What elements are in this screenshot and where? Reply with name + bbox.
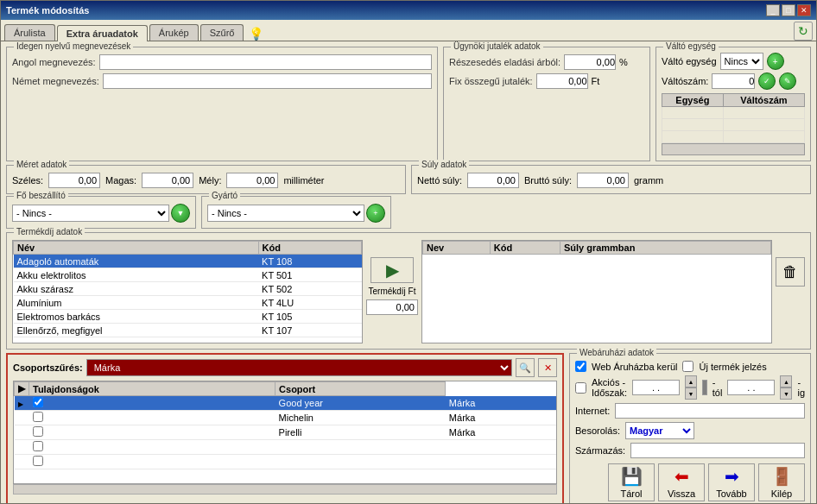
search-icon: 🔍 bbox=[519, 362, 531, 374]
properties-table-wrap[interactable]: ▶ Tulajdonságok Csoport ▶ Good year Márk… bbox=[13, 381, 557, 484]
internet-label: Internet: bbox=[575, 406, 610, 416]
title-bar-buttons: _ □ ✕ bbox=[766, 4, 811, 16]
akcio-to-date[interactable] bbox=[727, 380, 775, 395]
add-tax-button[interactable]: ▶ bbox=[370, 257, 414, 283]
valtoszam-ok-button[interactable]: ✓ bbox=[758, 72, 776, 90]
tax-row-code: KT 105 bbox=[258, 310, 361, 324]
date-spin-up[interactable]: ▲ bbox=[685, 375, 697, 387]
filter-select[interactable]: Márka bbox=[86, 359, 512, 376]
row5: Csoportszűrés: Márka 🔍 ✕ bbox=[6, 353, 811, 503]
tax-left-list[interactable]: Név Kód Adagoló automatákKT 108Akku elek… bbox=[12, 240, 363, 343]
mely-input[interactable] bbox=[226, 173, 278, 188]
akcio-from-date[interactable] bbox=[632, 380, 680, 395]
prop-check-cell[interactable] bbox=[29, 396, 276, 411]
prop-check-cell[interactable] bbox=[29, 411, 276, 425]
currency-add-button[interactable]: + bbox=[767, 53, 784, 70]
tax-right-list[interactable]: Nev Kód Súly grammban bbox=[421, 240, 772, 343]
tax-left-header-nev: Név bbox=[14, 242, 259, 255]
property-row[interactable]: Michelin Márka bbox=[15, 411, 557, 425]
main-supplier-add-button[interactable]: ▼ bbox=[171, 204, 190, 223]
currency-table-scrollbar[interactable] bbox=[662, 143, 805, 155]
tax-row-name: Akku szárasz bbox=[14, 282, 259, 296]
sales-input[interactable] bbox=[564, 54, 616, 70]
date-spin-down[interactable]: ▼ bbox=[685, 387, 697, 400]
size-group: Méret adatok Széles: Magas: Mély: millim… bbox=[6, 165, 406, 194]
manufacturer-select[interactable]: - Nincs - bbox=[207, 205, 364, 222]
currency-select[interactable]: Nincs bbox=[720, 53, 763, 70]
tab-arukep[interactable]: Árukép bbox=[149, 24, 199, 41]
maximize-button[interactable]: □ bbox=[782, 4, 795, 16]
tovabb-label: Tovább bbox=[716, 488, 746, 499]
tax-left-row[interactable]: Elektromos barkácsKT 105 bbox=[14, 310, 362, 324]
filter-search-button[interactable]: 🔍 bbox=[516, 358, 535, 377]
szarmazas-input[interactable] bbox=[630, 443, 805, 458]
tab-extra-aruadatok[interactable]: Extra áruadatok bbox=[57, 25, 148, 41]
manufacturer-add-button[interactable]: + bbox=[366, 204, 385, 223]
prop-group-cell bbox=[446, 440, 556, 455]
filter-clear-button[interactable]: ✕ bbox=[538, 358, 557, 377]
currency-table-header-egyseg: Egység bbox=[662, 94, 724, 107]
kilep-button[interactable]: 🚪 Kilép bbox=[758, 463, 805, 501]
besorolas-select[interactable]: Magyar bbox=[625, 422, 694, 439]
szeles-input[interactable] bbox=[48, 173, 100, 188]
sales-row: Részesedés eladási árból: % bbox=[449, 54, 644, 70]
tax-left-row[interactable]: Akku elektrolitosKT 501 bbox=[14, 268, 362, 282]
tax-row-name: Alumínium bbox=[14, 296, 259, 310]
english-label: Angol megnevezés: bbox=[12, 57, 96, 67]
property-row[interactable]: ▶ Good year Márka bbox=[15, 396, 557, 411]
german-input[interactable] bbox=[103, 73, 432, 89]
valtoszam-input[interactable] bbox=[712, 73, 755, 89]
tax-left-row[interactable]: Ellenőrző, megfigyelKT 107 bbox=[14, 324, 362, 337]
to-date-spin-up[interactable]: ▲ bbox=[780, 375, 792, 387]
tax-row-code: KT 107 bbox=[258, 324, 361, 337]
to-date-spin-down[interactable]: ▼ bbox=[780, 387, 792, 400]
english-input[interactable] bbox=[99, 54, 432, 70]
internet-input[interactable] bbox=[615, 403, 805, 419]
tab-szuro[interactable]: Szűrő bbox=[200, 24, 244, 41]
size-title: Méret adatok bbox=[14, 160, 69, 169]
tab-arulista[interactable]: Árulista bbox=[4, 24, 55, 41]
manufacturer-title: Gyártó bbox=[209, 191, 240, 200]
magas-input[interactable] bbox=[142, 173, 193, 188]
prop-indicator bbox=[15, 455, 29, 469]
tab-refresh-button[interactable]: ↻ bbox=[794, 22, 813, 41]
property-row[interactable] bbox=[15, 455, 557, 469]
tax-left-row[interactable]: AlumíniumKT 4LU bbox=[14, 296, 362, 310]
valtoszam-edit-button[interactable]: ✎ bbox=[779, 72, 796, 90]
brutto-input[interactable] bbox=[577, 173, 629, 188]
akcio-checkbox[interactable] bbox=[575, 382, 586, 394]
prop-check-cell[interactable] bbox=[29, 455, 276, 469]
vissza-button[interactable]: ⬅ Vissza bbox=[658, 463, 705, 501]
new-product-checkbox[interactable] bbox=[682, 361, 694, 372]
property-row[interactable]: Pirelli Márka bbox=[15, 425, 557, 440]
prop-checkbox[interactable] bbox=[33, 412, 43, 422]
date-color-button[interactable] bbox=[702, 380, 707, 395]
internet-row: Internet: bbox=[575, 403, 805, 419]
filter-indicator-icon: 💡 bbox=[249, 27, 263, 41]
web-checkbox[interactable] bbox=[575, 361, 586, 372]
tovabb-button[interactable]: ➡ Tovább bbox=[708, 463, 755, 501]
prop-checkbox[interactable] bbox=[33, 456, 43, 466]
tax-table-area: Név Kód Adagoló automatákKT 108Akku elek… bbox=[12, 240, 805, 343]
tarol-button[interactable]: 💾 Tárol bbox=[608, 463, 655, 501]
main-supplier-select[interactable]: - Nincs - bbox=[12, 205, 169, 222]
prop-check-cell[interactable] bbox=[29, 425, 276, 440]
tax-left-row[interactable]: Akku száraszKT 502 bbox=[14, 282, 362, 296]
weight-group: Súly adatok Nettó súly: Bruttó súly: gra… bbox=[411, 165, 811, 194]
prop-checkbox[interactable] bbox=[33, 397, 43, 407]
minimize-button[interactable]: _ bbox=[766, 4, 780, 16]
prop-checkbox[interactable] bbox=[33, 441, 43, 451]
prop-checkbox[interactable] bbox=[33, 426, 43, 437]
fix-input[interactable] bbox=[536, 73, 588, 89]
akcio-ig-label: -ig bbox=[797, 377, 805, 398]
delete-tax-button[interactable]: 🗑 bbox=[776, 257, 805, 287]
row4: Termékdíj adatok Név Kód bbox=[6, 232, 811, 350]
tax-left-row[interactable]: Adagoló automatákKT 108 bbox=[14, 255, 362, 268]
tax-row-code: KT 501 bbox=[258, 268, 361, 282]
termekdij-input[interactable] bbox=[366, 299, 418, 315]
property-row[interactable] bbox=[15, 440, 557, 455]
properties-scrollbar[interactable] bbox=[13, 484, 557, 495]
prop-check-cell[interactable] bbox=[29, 440, 276, 455]
netto-input[interactable] bbox=[467, 173, 519, 188]
close-button[interactable]: ✕ bbox=[797, 4, 811, 16]
